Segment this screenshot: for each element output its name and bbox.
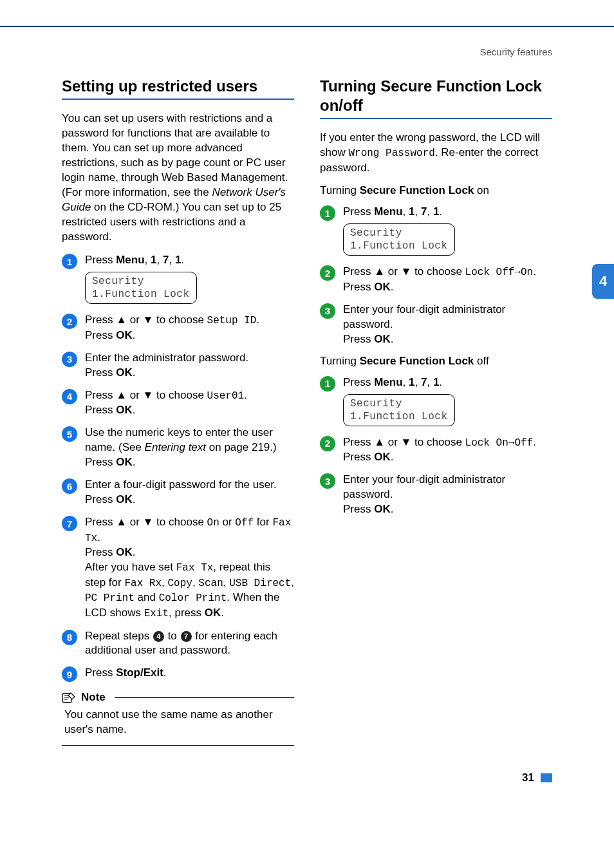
t: Scan	[198, 578, 223, 589]
t: Press	[85, 404, 116, 416]
t: Press	[343, 205, 374, 218]
t: Copy	[167, 578, 192, 589]
t: .	[391, 503, 394, 515]
left-intro-a: You can set up users with restrictions a…	[62, 112, 288, 198]
t: .	[133, 329, 136, 341]
t: Lock Off→On	[465, 267, 534, 278]
t: Turning	[320, 355, 360, 367]
left-step-9-body: Press Stop/Exit.	[85, 666, 294, 681]
t: 1	[433, 205, 439, 218]
lcd-display: Security 1.Function Lock	[343, 223, 455, 256]
sub-on: Turning Secure Function Lock on	[320, 184, 552, 197]
t: .	[439, 205, 442, 218]
t: ,	[157, 254, 163, 266]
step-badge-8: 8	[62, 630, 77, 645]
t: Enter a four-digit password for the user…	[85, 478, 277, 491]
t: on	[474, 184, 489, 196]
t: Press	[343, 333, 374, 345]
step-badge-1: 1	[62, 254, 77, 269]
step-badge-7: 7	[62, 516, 77, 531]
t: 1	[409, 376, 414, 388]
left-step-2: 2 Press ▲ or ▼ to choose Setup ID. Press…	[62, 313, 294, 343]
t: 7	[421, 205, 427, 218]
on-step-1: 1 Press Menu, 1, 7, 1. Security 1.Functi…	[320, 205, 552, 257]
t: .	[97, 531, 100, 543]
t: .	[133, 404, 136, 416]
note-icon	[62, 692, 76, 703]
t: Press	[85, 456, 116, 468]
t: Press	[85, 254, 116, 266]
t: Press	[85, 366, 116, 379]
t: Menu	[374, 205, 402, 218]
t: Press ▲ or ▼ to choose	[343, 265, 465, 278]
t: Press	[85, 546, 116, 558]
step-badge-3: 3	[62, 352, 77, 367]
t: Press	[85, 329, 116, 341]
t: ,	[415, 205, 421, 218]
t: OK	[374, 333, 391, 345]
t: Press	[85, 493, 116, 505]
t: off	[474, 355, 488, 367]
t: .	[133, 366, 136, 379]
t: Secure Function Lock	[360, 355, 474, 367]
t: or	[219, 516, 236, 528]
step-badge-1: 1	[320, 376, 335, 392]
right-title: Turning Secure Function Lock on/off	[320, 77, 552, 115]
page-header-label: Security features	[0, 27, 614, 57]
t: Fax Rx	[124, 578, 162, 589]
t: OK	[116, 546, 133, 558]
t: 1	[151, 254, 156, 266]
t: Repeat steps	[85, 630, 153, 642]
t: Stop/Exit	[116, 666, 163, 679]
t: ,	[427, 205, 433, 218]
t: .	[533, 265, 536, 278]
t: Press	[85, 666, 116, 679]
left-step-3-body: Enter the administrator password. Press …	[85, 351, 294, 381]
t: Menu	[374, 376, 402, 388]
t: OK	[116, 404, 133, 416]
t: OK	[374, 503, 391, 515]
t: .	[181, 254, 184, 266]
inline-step-ref-4: 4	[153, 631, 164, 642]
left-intro-c: on the CD-ROM.) You can set up to 25 res…	[62, 201, 281, 243]
t: Enter your four-digit administrator pass…	[343, 473, 505, 500]
sub-off: Turning Secure Function Lock off	[320, 355, 552, 368]
step-badge-2: 2	[320, 436, 335, 451]
t: Lock On→Off	[465, 437, 534, 449]
off-step-3-body: Enter your four-digit administrator pass…	[343, 473, 552, 517]
t: Enter your four-digit administrator pass…	[343, 303, 505, 330]
t: Press ▲ or ▼ to choose	[85, 516, 207, 528]
t: Press ▲ or ▼ to choose	[85, 314, 207, 326]
t: On	[207, 517, 219, 529]
t: .	[163, 666, 167, 679]
left-step-5: 5 Use the numeric keys to enter the user…	[62, 426, 294, 470]
lcd-display: Security 1.Function Lock	[343, 394, 455, 426]
t: Enter the administrator password.	[85, 352, 248, 364]
off-step-1: 1 Press Menu, 1, 7, 1. Security 1.Functi…	[320, 375, 552, 428]
left-step-7: 7 Press ▲ or ▼ to choose On or Off for F…	[62, 515, 294, 621]
left-step-3: 3 Enter the administrator password. Pres…	[62, 351, 294, 381]
right-title-rule	[320, 118, 552, 119]
t: ,	[192, 576, 198, 589]
t: Press	[343, 503, 374, 515]
t: Press	[343, 376, 374, 388]
t: .	[256, 314, 259, 326]
t: Press ▲ or ▼ to choose	[343, 436, 465, 448]
t: ,	[145, 254, 151, 266]
t: .	[221, 607, 224, 619]
page-footer: 31	[0, 746, 614, 816]
note-bottom-rule	[62, 745, 294, 746]
t: Turning	[320, 184, 360, 196]
t: Off	[235, 517, 254, 529]
left-title: Setting up restricted users	[62, 77, 294, 96]
t: PC Print	[85, 592, 135, 604]
t: .	[533, 436, 536, 448]
t: Press	[343, 451, 374, 463]
t: Color Print	[159, 592, 227, 604]
t: .	[391, 281, 394, 293]
step-badge-6: 6	[62, 478, 77, 494]
t: OK	[205, 607, 221, 619]
left-step-4-body: Press ▲ or ▼ to choose User01. Press OK.	[85, 388, 294, 419]
left-step-1-body: Press Menu, 1, 7, 1. Security 1.Function…	[85, 253, 294, 305]
t: ,	[169, 254, 174, 266]
